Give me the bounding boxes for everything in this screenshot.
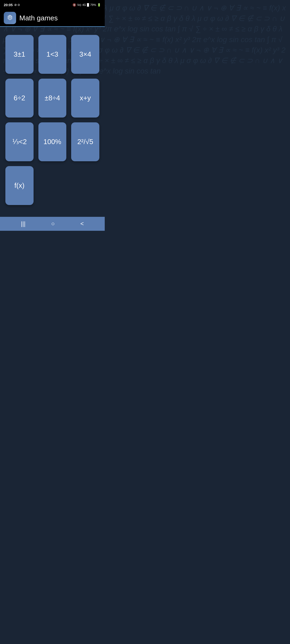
bottom-nav: ||| ○ < (0, 217, 105, 231)
game-btn-divide[interactable]: 6÷2 (5, 79, 34, 118)
games-grid: 3±11<33×46÷2±8÷4x+y⅓<2100%2²/√5f(x) (5, 35, 99, 205)
app-title: Math games (19, 14, 58, 22)
game-btn-powers-roots[interactable]: 2²/√5 (71, 122, 99, 161)
recent-icon: ||| (21, 220, 26, 227)
game-btn-percentage[interactable]: 100% (38, 122, 67, 161)
svg-text:1: 1 (9, 18, 10, 19)
game-btn-algebra[interactable]: x+y (71, 79, 99, 118)
home-button[interactable]: ○ (46, 218, 60, 229)
main-content: 3±11<33×46÷2±8÷4x+y⅓<2100%2²/√5f(x) (0, 27, 105, 217)
svg-text:2: 2 (8, 18, 9, 19)
game-btn-fractions[interactable]: ⅓<2 (5, 122, 34, 161)
status-icons: 🔇 Vo) 4G ▉ 79% 🔋 (73, 3, 101, 7)
back-icon: < (80, 220, 84, 227)
back-button[interactable]: < (75, 218, 89, 229)
recent-apps-button[interactable]: ||| (16, 218, 31, 229)
app-header: 7 2 1 5 Math games (0, 10, 105, 27)
game-btn-signed-divide[interactable]: ±8÷4 (38, 79, 67, 118)
game-btn-comparison[interactable]: 1<3 (38, 35, 67, 74)
game-btn-plus-minus[interactable]: 3±1 (5, 35, 34, 74)
app-icon: 7 2 1 5 (4, 12, 16, 24)
home-icon: ○ (51, 220, 55, 227)
status-time: 20:05 ⊘ ⊙ (4, 3, 20, 7)
status-bar: 20:05 ⊘ ⊙ 🔇 Vo) 4G ▉ 79% 🔋 (0, 0, 105, 10)
game-btn-multiply[interactable]: 3×4 (71, 35, 99, 74)
svg-text:5: 5 (10, 18, 11, 19)
game-btn-functions[interactable]: f(x) (5, 166, 34, 205)
